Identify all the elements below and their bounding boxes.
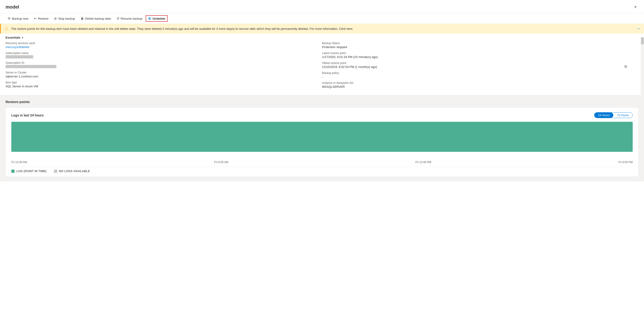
restore-button[interactable]: ↩ Restore xyxy=(32,15,51,22)
essentials-left-col: Recovery services vault mercurysoftdelet… xyxy=(6,42,322,91)
essentials-right-col: Backup Status Protection stopped Latest … xyxy=(322,42,638,91)
main-panel: model × ⟳ Backup now ↩ Restore ⊘ Stop ba… xyxy=(0,0,644,317)
restore-label: Restore xyxy=(38,17,49,20)
undelete-icon: 🗑 xyxy=(148,17,151,20)
essentials-label-latest-restore: Latest restore point xyxy=(322,52,629,55)
panel-header: model × xyxy=(0,0,644,14)
essentials-label-oldest-restore: Oldest restore point xyxy=(322,62,629,65)
chart-title: Logs in last 24 hours xyxy=(11,113,44,117)
chart-bar-green xyxy=(11,122,633,152)
essentials-item-latest-restore: Latest restore point 1/17/2020, 6:01:34 … xyxy=(322,52,629,59)
stop-backup-icon: ⊘ xyxy=(54,17,57,20)
backup-now-label: Backup now xyxy=(12,17,28,20)
essentials-item-type: Item type SQL Server in Azure VM xyxy=(6,81,313,88)
legend-color-green xyxy=(11,170,14,173)
time-toggle-72h[interactable]: 72 hours xyxy=(613,113,632,118)
essentials-label-subscription-name: Subscription name xyxy=(6,52,313,55)
essentials-value-instance: MSSQLSERVER xyxy=(322,85,629,89)
essentials-value-subscription-name xyxy=(6,55,313,59)
x-label-0: Fri 12:00 AM xyxy=(11,161,27,164)
legend-label-1: NO LOGS AVAILABLE xyxy=(59,170,90,173)
subscription-name-redacted xyxy=(6,55,33,59)
essentials-chevron-icon: ∧ xyxy=(22,36,23,39)
time-toggle: 24 hours 72 hours xyxy=(594,112,633,118)
toolbar: ⟳ Backup now ↩ Restore ⊘ Stop backup 🗑 D… xyxy=(0,14,644,24)
chart-area xyxy=(11,122,633,159)
essentials-label-instance: Instance or AlwaysOn AG xyxy=(322,81,629,85)
chart-x-labels: Fri 12:00 AM Fri 6:00 AM Fri 12:00 PM Fr… xyxy=(11,161,633,164)
delete-backup-label: Delete backup data xyxy=(85,17,111,20)
essentials-header[interactable]: Essentials ∧ xyxy=(6,34,638,42)
backup-now-icon: ⟳ xyxy=(8,17,10,20)
x-label-1: Fri 6:00 AM xyxy=(214,161,228,164)
x-label-2: Fri 12:00 PM xyxy=(416,161,432,164)
essentials-title: Essentials xyxy=(6,36,20,39)
chart-container: Logs in last 24 hours 24 hours 72 hours … xyxy=(6,107,638,177)
warning-arrow[interactable]: → xyxy=(636,26,640,31)
undelete-button[interactable]: 🗑 Undelete xyxy=(146,15,168,22)
x-label-3: Fri 6:00 PM xyxy=(618,161,633,164)
essentials-value-type: SQL Server in Azure VM xyxy=(6,85,313,88)
scrollbar[interactable] xyxy=(641,37,644,102)
copy-button[interactable]: ⧉ xyxy=(624,65,627,69)
legend-item-0: LOG (POINT IN TIME) xyxy=(11,170,47,173)
essentials-section: Essentials ∧ Recovery services vault mer… xyxy=(0,34,644,95)
stop-backup-label: Stop backup xyxy=(58,17,75,20)
close-button[interactable]: × xyxy=(632,4,638,11)
essentials-value-backup-status: Protection stopped xyxy=(322,45,629,49)
essentials-value-oldest-restore: 12/10/2019, 8:02:54 PM (1 month(s) ago) xyxy=(322,65,629,69)
warning-text: The restore points for this backup item … xyxy=(11,27,634,31)
essentials-label-backup-status: Backup Status xyxy=(322,42,629,45)
essentials-item-subscription-id: Subscription ID xyxy=(6,61,313,68)
delete-backup-icon: 🗑 xyxy=(80,17,84,20)
restore-points-title: Restore points xyxy=(6,100,638,104)
legend-label-0: LOG (POINT IN TIME) xyxy=(16,170,47,173)
resume-backup-label: Resume backup xyxy=(121,17,142,20)
essentials-label-server: Server or Cluster xyxy=(6,71,313,74)
essentials-label-vault: Recovery services vault xyxy=(6,42,313,45)
chart-legend: LOG (POINT IN TIME) NO LOGS AVAILABLE xyxy=(11,167,633,173)
legend-item-1: NO LOGS AVAILABLE xyxy=(54,170,90,173)
essentials-item-instance: Instance or AlwaysOn AG MSSQLSERVER xyxy=(322,81,629,89)
essentials-label-type: Item type xyxy=(6,81,313,84)
resume-backup-button[interactable]: ↺ Resume backup xyxy=(114,15,145,22)
essentials-label-subscription-id: Subscription ID xyxy=(6,61,313,65)
essentials-value-vault[interactable]: mercurysoftdelete xyxy=(6,45,313,49)
essentials-value-server: sqlserver-1.contoso.com xyxy=(6,75,313,78)
essentials-value-subscription-id xyxy=(6,65,313,68)
essentials-item-subscription-name: Subscription name xyxy=(6,52,313,59)
essentials-item-oldest-restore: Oldest restore point 12/10/2019, 8:02:54… xyxy=(322,62,629,69)
essentials-item-backup-policy: Backup policy - xyxy=(322,71,629,79)
panel-title: model xyxy=(6,5,19,10)
essentials-value-backup-policy: - xyxy=(322,75,629,79)
essentials-item-vault: Recovery services vault mercurysoftdelet… xyxy=(6,42,313,49)
subscription-id-redacted xyxy=(6,65,56,68)
time-toggle-24h[interactable]: 24 hours xyxy=(594,113,614,118)
scrollbar-thumb xyxy=(641,38,644,44)
backup-now-button[interactable]: ⟳ Backup now xyxy=(6,15,31,22)
stop-backup-button[interactable]: ⊘ Stop backup xyxy=(52,15,77,22)
essentials-item-backup-status: Backup Status Protection stopped xyxy=(322,42,629,49)
essentials-label-backup-policy: Backup policy xyxy=(322,71,629,75)
resume-backup-icon: ↺ xyxy=(116,17,119,20)
chart-header: Logs in last 24 hours 24 hours 72 hours xyxy=(11,112,633,118)
warning-banner: ⚠ The restore points for this backup ite… xyxy=(0,24,644,34)
undelete-label: Undelete xyxy=(152,17,165,20)
warning-icon: ⚠ xyxy=(4,26,8,31)
restore-icon: ↩ xyxy=(34,17,37,20)
essentials-value-latest-restore: 1/17/2020, 6:01:34 PM (24 minute(s) ago) xyxy=(322,55,629,59)
essentials-item-server: Server or Cluster sqlserver-1.contoso.co… xyxy=(6,71,313,78)
delete-backup-data-button[interactable]: 🗑 Delete backup data xyxy=(78,15,113,22)
restore-points-section: Restore points Logs in last 24 hours 24 … xyxy=(0,95,644,181)
legend-color-gray xyxy=(54,170,57,173)
essentials-grid: Recovery services vault mercurysoftdelet… xyxy=(6,42,638,95)
